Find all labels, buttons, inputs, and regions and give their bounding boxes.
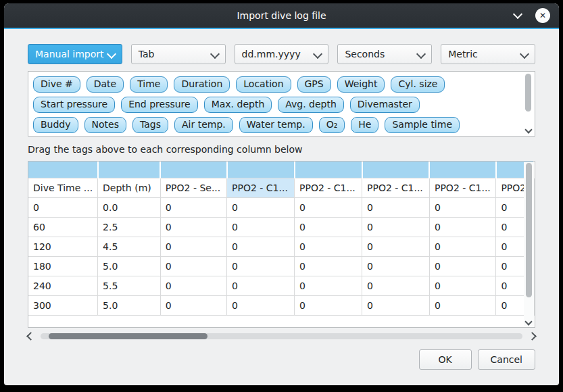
column-drop-target[interactable] [98,162,161,178]
table-cell: 0 [160,256,226,276]
date-format-select[interactable]: dd.mm.yyyy [235,44,329,64]
hscroll-track[interactable] [41,333,522,339]
field-tag-water-temp[interactable]: Water temp. [239,117,313,133]
scroll-down-icon[interactable] [524,318,532,325]
column-drop-target[interactable] [295,162,362,178]
chevron-down-icon [108,49,115,59]
field-tag-start-pressure[interactable]: Start pressure [33,97,115,113]
combo-value: dd.mm.yyyy [242,49,301,59]
table-cell: 0 [362,217,430,237]
field-separator-select[interactable]: Tab [131,44,226,64]
scroll-right-icon[interactable] [528,332,537,341]
table-cell: 0 [362,295,430,315]
field-tag-sample-time[interactable]: Sample time [385,117,460,133]
tag-pool: Dive #DateTimeDurationLocationGPSWeightC… [28,71,535,137]
units-select[interactable]: Metric [441,44,535,64]
combo-value: Tab [139,49,155,59]
table-cell: 0 [429,295,495,315]
tag-row: Start pressureEnd pressureMax. depthAvg.… [33,97,518,113]
combo-value: Seconds [345,49,385,59]
field-tag-avg-depth[interactable]: Avg. depth [278,97,344,113]
tag-pool-scrollbar[interactable] [524,73,533,134]
table-cell: 0 [429,256,495,276]
hscroll-thumb[interactable] [49,333,207,339]
chevron-down-icon [418,49,424,59]
field-tag-cyl-size[interactable]: Cyl. size [391,76,445,93]
field-tag-date[interactable]: Date [87,76,124,93]
time-format-select[interactable]: Seconds [337,44,432,64]
field-tag-location[interactable]: Location [236,76,291,93]
column-header: PPO2 - C1... [429,178,495,197]
field-tag-max-depth[interactable]: Max. depth [204,97,272,113]
table-scrollbar[interactable] [524,162,534,326]
table-cell: 5.0 [98,295,161,315]
scroll-left-icon[interactable] [26,332,35,341]
field-tag-air-temp[interactable]: Air temp. [174,117,233,133]
table-cell: 0 [160,295,226,315]
table-cell: 0 [227,276,295,295]
scrollbar-thumb[interactable] [525,74,531,112]
column-drop-target[interactable] [362,162,430,178]
field-tag-dive[interactable]: Dive # [33,76,80,93]
table-cell: 0 [429,217,495,237]
table-cell: 0 [362,197,430,217]
table-cell: 0 [295,295,362,315]
combo-value: Manual import [35,49,104,59]
field-tag-buddy[interactable]: Buddy [33,117,78,133]
table-cell: 300 [28,295,98,315]
shade-button[interactable] [511,9,524,22]
cancel-button[interactable]: Cancel [478,349,535,370]
field-tag-end-pressure[interactable]: End pressure [121,97,198,113]
table-cell: 120 [28,237,98,256]
dialog-buttons: OK Cancel [28,349,535,370]
column-header: Depth (m) [98,178,161,197]
csv-grid: Dive Time ...Depth (m)PPO2 - Se...PPO2 -… [28,162,535,316]
close-button[interactable]: ✕ [535,8,550,23]
combo-value: Metric [448,49,478,59]
field-tag-notes[interactable]: Notes [84,117,126,133]
close-icon: ✕ [539,11,546,20]
horizontal-scrollbar[interactable] [28,331,535,341]
field-tag-time[interactable]: Time [130,76,168,93]
table-cell: 5.5 [98,276,161,295]
table-cell: 0 [429,276,495,295]
table-cell: 0 [362,237,430,256]
column-drop-target[interactable] [160,162,226,178]
chevron-down-icon [212,49,218,59]
window-frame: Import dive log file ✕ Manual import Tab… [0,0,563,392]
table-cell: 0 [227,237,295,256]
field-tag-duration[interactable]: Duration [174,76,230,93]
tag-row: Dive #DateTimeDurationLocationGPSWeightC… [33,76,518,93]
column-drop-target[interactable] [429,162,495,178]
table-cell: 2.5 [98,217,161,237]
tag-rows: Dive #DateTimeDurationLocationGPSWeightC… [33,76,518,137]
header-row: Dive Time ...Depth (m)PPO2 - Se...PPO2 -… [28,178,534,197]
table-cell: 0 [362,256,430,276]
table-cell: 0 [160,276,226,295]
table-cell: 0 [227,217,295,237]
table-row: 1204.5000000 [28,237,534,256]
ok-button[interactable]: OK [419,349,472,370]
table-cell: 0 [295,237,362,256]
tag-row: BuddyNotesTagsAir temp.Water temp.O₂HeSa… [33,117,518,133]
titlebar[interactable]: Import dive log file ✕ [4,3,559,28]
column-drop-target[interactable] [28,162,98,178]
import-mode-select[interactable]: Manual import [28,44,122,64]
table-cell: 0 [295,256,362,276]
table-cell: 0 [227,256,295,276]
table-row: 3005.0000000 [28,295,534,315]
chevron-down-icon [314,49,321,59]
field-tag-he[interactable]: He [351,117,378,133]
field-tag-tags[interactable]: Tags [132,117,168,133]
table-cell: 0 [429,197,495,217]
scrollbar-thumb[interactable] [526,163,532,297]
field-tag-o[interactable]: O₂ [319,117,345,133]
field-tag-weight[interactable]: Weight [337,76,385,93]
table-row: 2405.5000000 [28,276,534,295]
field-tag-gps[interactable]: GPS [297,76,331,93]
column-header: PPO2 - C1... [362,178,430,197]
table-cell: 0 [295,217,362,237]
column-drop-target[interactable] [227,162,295,178]
field-tag-divemaster[interactable]: Divemaster [350,97,420,113]
scroll-down-icon[interactable] [524,126,532,133]
